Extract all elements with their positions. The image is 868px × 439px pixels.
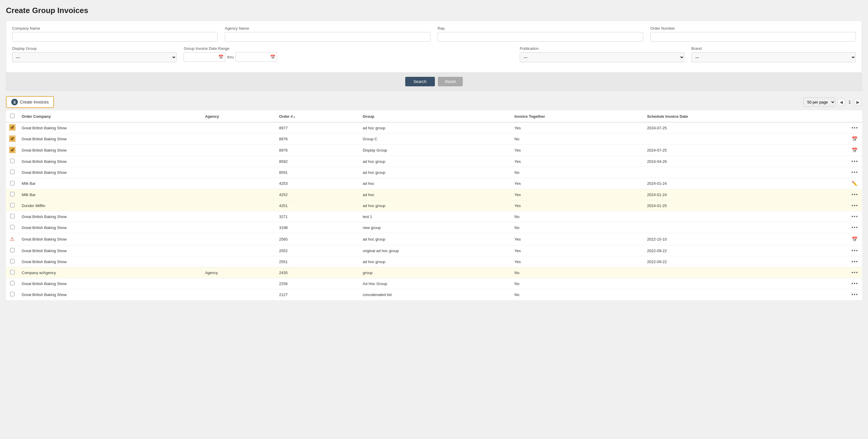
row-company: Milk Bar xyxy=(18,189,202,200)
row-agency xyxy=(202,211,276,222)
row-checkbox[interactable] xyxy=(10,136,14,141)
agency-name-input[interactable] xyxy=(225,32,430,41)
calendar-icon[interactable]: 📅 xyxy=(852,148,858,153)
date-from-calendar-button[interactable]: 📅 xyxy=(218,55,223,59)
row-checkbox[interactable] xyxy=(10,181,14,185)
company-name-input[interactable] xyxy=(12,32,218,41)
row-checkbox-cell xyxy=(6,200,19,211)
row-checkbox[interactable] xyxy=(10,270,14,274)
company-name-label: Company Name xyxy=(12,26,218,31)
row-actions[interactable]: ••• xyxy=(812,122,862,133)
row-checkbox[interactable] xyxy=(10,281,14,285)
invoices-table: Order Company Agency Order #▲ Group Invo… xyxy=(6,111,862,300)
table-header-bar: $ Create Invoices 50 per page ◀ 1 ▶ xyxy=(6,96,862,108)
row-schedule-date: 2022-10-10 xyxy=(644,233,812,245)
calendar-icon[interactable]: 📅 xyxy=(852,136,858,142)
per-page-select[interactable]: 50 per page xyxy=(803,97,835,107)
row-order-num: 8592 xyxy=(276,156,359,167)
rep-label: Rep xyxy=(438,26,643,31)
date-to-calendar-button[interactable]: 📅 xyxy=(270,55,275,59)
row-order-num: 2435 xyxy=(276,267,359,278)
row-actions[interactable]: ••• xyxy=(812,289,862,300)
row-agency xyxy=(202,156,276,167)
row-checkbox[interactable] xyxy=(10,259,14,263)
table-row: Great British Baking Show2551ad hoc grou… xyxy=(6,256,862,267)
table-row: Great British Baking Show8976Display Gro… xyxy=(6,145,862,156)
row-invoice-together: Yes xyxy=(511,122,644,133)
edit-icon[interactable]: ✏️ xyxy=(852,181,858,186)
row-order-num: 2256 xyxy=(276,278,359,289)
row-agency xyxy=(202,178,276,189)
order-number-input[interactable] xyxy=(650,32,856,41)
row-actions[interactable]: ••• xyxy=(812,245,862,256)
row-checkbox[interactable] xyxy=(10,292,14,296)
table-row: Company w/AgencyAgency2435groupNo••• xyxy=(6,267,862,278)
row-group: ad hoc group xyxy=(359,200,511,211)
row-checkbox[interactable] xyxy=(10,225,14,229)
row-schedule-date: 2024-04-26 xyxy=(644,156,812,167)
sort-arrow: ▲ xyxy=(293,115,296,118)
row-actions[interactable]: ••• xyxy=(812,156,862,167)
row-group: ad hoc xyxy=(359,189,511,200)
brand-select[interactable]: — xyxy=(691,52,856,62)
select-all-checkbox[interactable] xyxy=(10,114,14,118)
row-order-num: 8976 xyxy=(276,145,359,156)
row-checkbox[interactable] xyxy=(10,159,14,163)
row-checkbox-cell xyxy=(6,167,19,178)
row-checkbox[interactable] xyxy=(10,192,14,196)
row-actions[interactable]: 📅 xyxy=(812,145,862,156)
table-row: Milk Bar4252ad hocYes2024-01-24••• xyxy=(6,189,862,200)
row-order-num: 2127 xyxy=(276,289,359,300)
row-actions[interactable]: ••• xyxy=(812,267,862,278)
row-group: ad hoc group xyxy=(359,167,511,178)
date-from-wrap: 📅 xyxy=(184,52,225,62)
row-actions[interactable]: ••• xyxy=(812,278,862,289)
row-actions[interactable]: ••• xyxy=(812,200,862,211)
display-group-select[interactable]: — xyxy=(12,52,177,62)
reset-button[interactable]: Reset xyxy=(438,77,463,86)
row-checkbox-cell xyxy=(6,122,19,133)
row-agency xyxy=(202,289,276,300)
row-actions[interactable]: ✏️ xyxy=(812,178,862,189)
row-actions[interactable]: ••• xyxy=(812,167,862,178)
calendar-icon[interactable]: 📅 xyxy=(852,237,858,242)
row-checkbox[interactable] xyxy=(10,248,14,252)
table-row: Milk Bar4253ad hocYes2024-01-24✏️ xyxy=(6,178,862,189)
row-actions[interactable]: ••• xyxy=(812,211,862,222)
row-order-num: 8976 xyxy=(276,133,359,145)
row-company: Great British Baking Show xyxy=(18,122,202,133)
row-order-num: 8977 xyxy=(276,122,359,133)
error-icon: ⚠ xyxy=(10,236,14,242)
rep-input[interactable] xyxy=(438,32,643,41)
row-actions[interactable]: ••• xyxy=(812,189,862,200)
row-group: ad hoc xyxy=(359,178,511,189)
row-checkbox[interactable] xyxy=(10,170,14,174)
publication-select[interactable]: — xyxy=(520,52,684,62)
row-group: concatenated list xyxy=(359,289,511,300)
table-row: Great British Baking Show2256Ad Hoc Grou… xyxy=(6,278,862,289)
row-schedule-date xyxy=(644,267,812,278)
row-actions[interactable]: 📅 xyxy=(812,233,862,245)
row-company: Great British Baking Show xyxy=(18,222,202,233)
row-agency xyxy=(202,233,276,245)
create-invoices-button[interactable]: $ Create Invoices xyxy=(6,96,54,108)
row-company: Great British Baking Show xyxy=(18,233,202,245)
row-checkbox[interactable] xyxy=(10,214,14,218)
next-page-button[interactable]: ▶ xyxy=(854,98,862,106)
row-checkbox[interactable] xyxy=(10,203,14,207)
rep-group: Rep xyxy=(438,26,643,41)
row-invoice-together: Yes xyxy=(511,178,644,189)
search-button[interactable]: Search xyxy=(405,77,435,86)
row-agency xyxy=(202,222,276,233)
row-actions[interactable]: ••• xyxy=(812,256,862,267)
row-actions[interactable]: ••• xyxy=(812,222,862,233)
row-checkbox[interactable] xyxy=(10,125,14,130)
row-invoice-together: Yes xyxy=(511,145,644,156)
row-checkbox[interactable] xyxy=(10,148,14,152)
row-company: Company w/Agency xyxy=(18,267,202,278)
row-agency xyxy=(202,200,276,211)
prev-page-button[interactable]: ◀ xyxy=(837,98,845,106)
row-invoice-together: No xyxy=(511,133,644,145)
row-actions[interactable]: 📅 xyxy=(812,133,862,145)
table-header-row: Order Company Agency Order #▲ Group Invo… xyxy=(6,111,862,123)
